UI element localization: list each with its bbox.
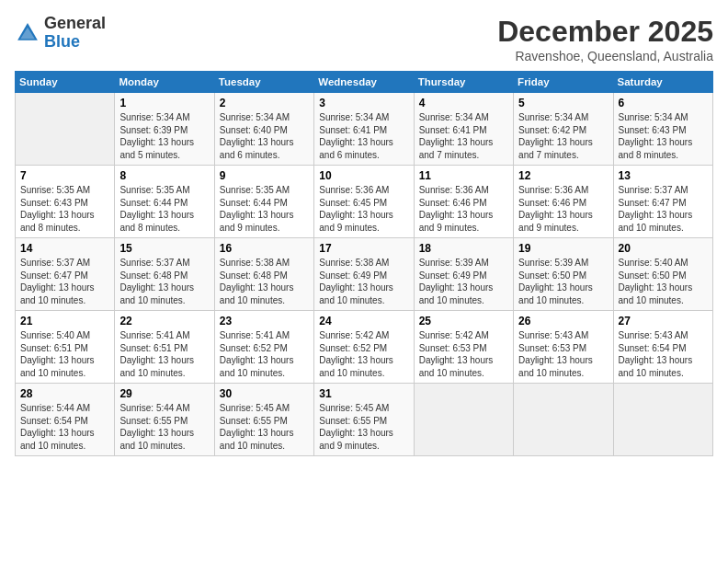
- day-number: 23: [220, 315, 309, 327]
- logo: General Blue: [15, 15, 106, 52]
- calendar-cell: 14Sunrise: 5:37 AM Sunset: 6:47 PM Dayli…: [16, 238, 115, 311]
- day-info: Sunrise: 5:44 AM Sunset: 6:54 PM Dayligh…: [20, 402, 109, 452]
- weekday-header-saturday: Saturday: [613, 72, 712, 93]
- day-number: 13: [619, 169, 708, 182]
- calendar-cell: 5Sunrise: 5:34 AM Sunset: 6:42 PM Daylig…: [514, 93, 613, 166]
- day-number: 22: [119, 315, 209, 327]
- logo-text: General Blue: [44, 15, 106, 52]
- calendar-cell: 29Sunrise: 5:44 AM Sunset: 6:55 PM Dayli…: [115, 384, 214, 456]
- day-number: 29: [119, 387, 209, 400]
- calendar-cell: 28Sunrise: 5:44 AM Sunset: 6:54 PM Dayli…: [16, 384, 115, 456]
- calendar-cell: 13Sunrise: 5:37 AM Sunset: 6:47 PM Dayli…: [613, 166, 712, 238]
- calendar-cell: 30Sunrise: 5:45 AM Sunset: 6:55 PM Dayli…: [214, 384, 313, 456]
- day-info: Sunrise: 5:39 AM Sunset: 6:50 PM Dayligh…: [518, 257, 608, 306]
- day-info: Sunrise: 5:35 AM Sunset: 6:44 PM Dayligh…: [119, 184, 209, 234]
- weekday-header-tuesday: Tuesday: [214, 72, 313, 93]
- day-info: Sunrise: 5:35 AM Sunset: 6:43 PM Dayligh…: [20, 184, 109, 234]
- weekday-header-sunday: Sunday: [16, 72, 115, 93]
- day-number: 19: [518, 242, 608, 255]
- calendar-cell: 25Sunrise: 5:42 AM Sunset: 6:53 PM Dayli…: [414, 311, 513, 384]
- day-info: Sunrise: 5:34 AM Sunset: 6:39 PM Dayligh…: [119, 111, 209, 161]
- calendar-cell: [514, 384, 613, 456]
- title-block: December 2025 Ravenshoe, Queensland, Aus…: [497, 15, 713, 63]
- day-info: Sunrise: 5:36 AM Sunset: 6:46 PM Dayligh…: [419, 184, 508, 234]
- day-number: 31: [319, 387, 408, 400]
- day-number: 8: [119, 169, 209, 182]
- day-number: 27: [619, 315, 708, 327]
- calendar: SundayMondayTuesdayWednesdayThursdayFrid…: [15, 71, 713, 456]
- day-info: Sunrise: 5:40 AM Sunset: 6:51 PM Dayligh…: [20, 329, 109, 379]
- calendar-cell: 31Sunrise: 5:45 AM Sunset: 6:55 PM Dayli…: [314, 384, 414, 456]
- calendar-cell: [613, 384, 712, 456]
- calendar-cell: 23Sunrise: 5:41 AM Sunset: 6:52 PM Dayli…: [214, 311, 313, 384]
- day-number: 16: [220, 242, 309, 255]
- day-info: Sunrise: 5:42 AM Sunset: 6:53 PM Dayligh…: [419, 329, 508, 379]
- day-info: Sunrise: 5:36 AM Sunset: 6:45 PM Dayligh…: [319, 184, 408, 234]
- week-row-5: 28Sunrise: 5:44 AM Sunset: 6:54 PM Dayli…: [16, 384, 713, 456]
- calendar-cell: 2Sunrise: 5:34 AM Sunset: 6:40 PM Daylig…: [214, 93, 313, 166]
- day-info: Sunrise: 5:35 AM Sunset: 6:44 PM Dayligh…: [220, 184, 309, 234]
- day-info: Sunrise: 5:34 AM Sunset: 6:42 PM Dayligh…: [518, 111, 608, 161]
- day-info: Sunrise: 5:43 AM Sunset: 6:53 PM Dayligh…: [518, 329, 608, 379]
- day-number: 28: [20, 387, 109, 400]
- calendar-cell: 11Sunrise: 5:36 AM Sunset: 6:46 PM Dayli…: [414, 166, 513, 238]
- week-row-4: 21Sunrise: 5:40 AM Sunset: 6:51 PM Dayli…: [16, 311, 713, 384]
- week-row-2: 7Sunrise: 5:35 AM Sunset: 6:43 PM Daylig…: [16, 166, 713, 238]
- day-number: 15: [119, 242, 209, 255]
- calendar-cell: 10Sunrise: 5:36 AM Sunset: 6:45 PM Dayli…: [314, 166, 414, 238]
- day-info: Sunrise: 5:41 AM Sunset: 6:51 PM Dayligh…: [119, 329, 209, 379]
- calendar-cell: 8Sunrise: 5:35 AM Sunset: 6:44 PM Daylig…: [115, 166, 214, 238]
- week-row-3: 14Sunrise: 5:37 AM Sunset: 6:47 PM Dayli…: [16, 238, 713, 311]
- day-info: Sunrise: 5:42 AM Sunset: 6:52 PM Dayligh…: [319, 329, 408, 379]
- calendar-cell: 20Sunrise: 5:40 AM Sunset: 6:50 PM Dayli…: [613, 238, 712, 311]
- day-info: Sunrise: 5:34 AM Sunset: 6:40 PM Dayligh…: [220, 111, 309, 161]
- calendar-cell: 24Sunrise: 5:42 AM Sunset: 6:52 PM Dayli…: [314, 311, 414, 384]
- day-number: 7: [20, 169, 109, 182]
- day-info: Sunrise: 5:38 AM Sunset: 6:48 PM Dayligh…: [220, 257, 309, 306]
- calendar-cell: [414, 384, 513, 456]
- day-number: 24: [319, 315, 408, 327]
- day-number: 10: [319, 169, 408, 182]
- calendar-cell: 19Sunrise: 5:39 AM Sunset: 6:50 PM Dayli…: [514, 238, 613, 311]
- calendar-cell: 15Sunrise: 5:37 AM Sunset: 6:48 PM Dayli…: [115, 238, 214, 311]
- location-title: Ravenshoe, Queensland, Australia: [497, 49, 713, 63]
- calendar-cell: 17Sunrise: 5:38 AM Sunset: 6:49 PM Dayli…: [314, 238, 414, 311]
- day-number: 3: [319, 97, 408, 109]
- day-number: 18: [419, 242, 508, 255]
- day-info: Sunrise: 5:37 AM Sunset: 6:48 PM Dayligh…: [119, 257, 209, 306]
- calendar-cell: 18Sunrise: 5:39 AM Sunset: 6:49 PM Dayli…: [414, 238, 513, 311]
- day-number: 9: [220, 169, 309, 182]
- month-title: December 2025: [497, 15, 713, 49]
- day-number: 14: [20, 242, 109, 255]
- day-number: 12: [518, 169, 608, 182]
- day-number: 20: [619, 242, 708, 255]
- calendar-cell: 3Sunrise: 5:34 AM Sunset: 6:41 PM Daylig…: [314, 93, 414, 166]
- day-number: 25: [419, 315, 508, 327]
- day-info: Sunrise: 5:43 AM Sunset: 6:54 PM Dayligh…: [619, 329, 708, 379]
- calendar-cell: 9Sunrise: 5:35 AM Sunset: 6:44 PM Daylig…: [214, 166, 313, 238]
- day-info: Sunrise: 5:45 AM Sunset: 6:55 PM Dayligh…: [319, 402, 408, 452]
- day-number: 2: [220, 97, 309, 109]
- calendar-cell: [16, 93, 115, 166]
- weekday-header-row: SundayMondayTuesdayWednesdayThursdayFrid…: [16, 72, 713, 93]
- weekday-header-friday: Friday: [514, 72, 613, 93]
- calendar-cell: 1Sunrise: 5:34 AM Sunset: 6:39 PM Daylig…: [115, 93, 214, 166]
- day-number: 5: [518, 97, 608, 109]
- weekday-header-monday: Monday: [115, 72, 214, 93]
- page-header: General Blue December 2025 Ravenshoe, Qu…: [15, 15, 713, 63]
- day-info: Sunrise: 5:34 AM Sunset: 6:41 PM Dayligh…: [419, 111, 508, 161]
- day-info: Sunrise: 5:38 AM Sunset: 6:49 PM Dayligh…: [319, 257, 408, 306]
- day-info: Sunrise: 5:37 AM Sunset: 6:47 PM Dayligh…: [20, 257, 109, 306]
- day-number: 6: [619, 97, 708, 109]
- weekday-header-wednesday: Wednesday: [314, 72, 414, 93]
- calendar-cell: 16Sunrise: 5:38 AM Sunset: 6:48 PM Dayli…: [214, 238, 313, 311]
- day-info: Sunrise: 5:34 AM Sunset: 6:43 PM Dayligh…: [619, 111, 708, 161]
- calendar-cell: 27Sunrise: 5:43 AM Sunset: 6:54 PM Dayli…: [613, 311, 712, 384]
- day-number: 17: [319, 242, 408, 255]
- calendar-cell: 4Sunrise: 5:34 AM Sunset: 6:41 PM Daylig…: [414, 93, 513, 166]
- day-number: 4: [419, 97, 508, 109]
- calendar-cell: 7Sunrise: 5:35 AM Sunset: 6:43 PM Daylig…: [16, 166, 115, 238]
- calendar-cell: 26Sunrise: 5:43 AM Sunset: 6:53 PM Dayli…: [514, 311, 613, 384]
- week-row-1: 1Sunrise: 5:34 AM Sunset: 6:39 PM Daylig…: [16, 93, 713, 166]
- day-number: 11: [419, 169, 508, 182]
